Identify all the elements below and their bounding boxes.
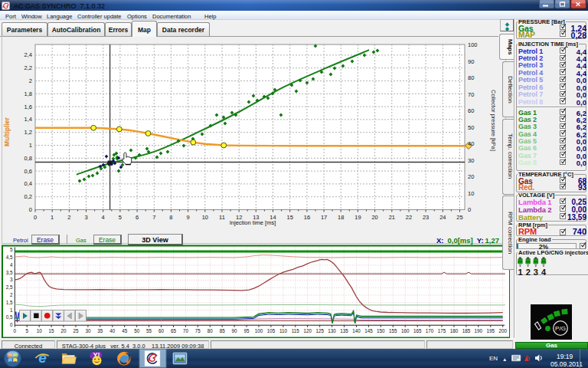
svg-text:4: 4	[541, 268, 547, 277]
svg-text:e: e	[38, 350, 47, 366]
svg-text:2: 2	[526, 268, 531, 277]
svg-text:3: 3	[534, 268, 538, 277]
svg-text:1: 1	[518, 268, 522, 277]
svg-text:P/G: P/G	[555, 325, 566, 332]
